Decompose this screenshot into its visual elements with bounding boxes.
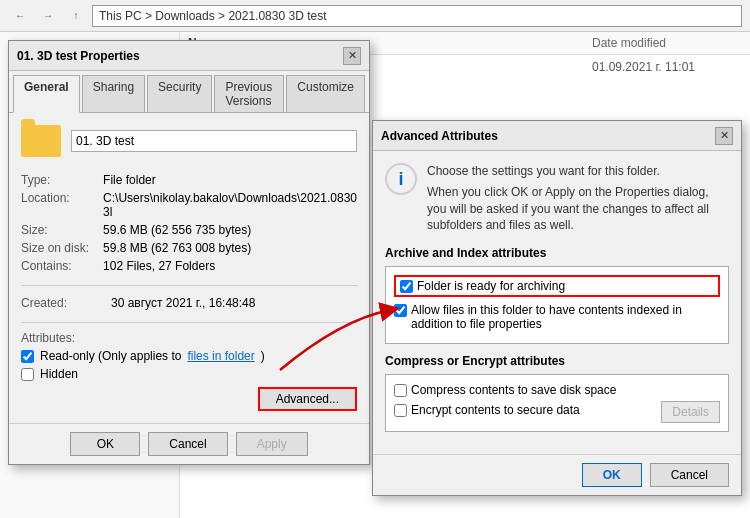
- readonly-label: Read-only (Only applies to: [40, 349, 181, 363]
- size-row: Size: 59.6 MB (62 556 735 bytes): [21, 221, 357, 239]
- big-folder-icon: [21, 125, 61, 157]
- size-on-disk-value: 59.8 MB (62 763 008 bytes): [103, 239, 357, 257]
- location-row: Location: C:\Users\nikolay.bakalov\Downl…: [21, 189, 357, 221]
- size-on-disk-label: Size on disk:: [21, 239, 103, 257]
- archive-checkbox[interactable]: [400, 280, 413, 293]
- properties-title: 01. 3D test Properties: [17, 49, 140, 63]
- created-table: Created: 30 август 2021 г., 16:48:48: [21, 294, 357, 312]
- attributes-section: Attributes: Read-only (Only applies to f…: [21, 331, 357, 411]
- compress-section: Compress contents to save disk space Enc…: [385, 374, 729, 432]
- index-checkbox[interactable]: [394, 304, 407, 317]
- folder-name-input[interactable]: [71, 130, 357, 152]
- properties-footer: OK Cancel Apply: [9, 423, 369, 464]
- ok-button[interactable]: OK: [70, 432, 140, 456]
- divider-1: [21, 285, 357, 286]
- attributes-label: Attributes:: [21, 331, 357, 345]
- location-label: Location:: [21, 189, 103, 221]
- properties-tabs: General Sharing Security Previous Versio…: [9, 71, 369, 113]
- apply-button[interactable]: Apply: [236, 432, 308, 456]
- tab-security[interactable]: Security: [147, 75, 212, 112]
- encrypt-label: Encrypt contents to secure data: [411, 403, 580, 417]
- type-row: Type: File folder: [21, 171, 357, 189]
- size-value: 59.6 MB (62 556 735 bytes): [103, 221, 357, 239]
- folder-name-row: [21, 125, 357, 157]
- properties-table: Type: File folder Location: C:\Users\nik…: [21, 171, 357, 275]
- created-label: Created:: [21, 294, 111, 312]
- compress-checkbox[interactable]: [394, 384, 407, 397]
- index-checkbox-row: Allow files in this folder to have conte…: [394, 303, 720, 331]
- advanced-btn-row: Advanced...: [21, 387, 357, 411]
- compress-checkbox-row: Compress contents to save disk space: [394, 383, 720, 397]
- size-label: Size:: [21, 221, 103, 239]
- encrypt-row: Encrypt contents to secure data Details: [394, 401, 720, 423]
- file-date: 01.09.2021 г. 11:01: [592, 60, 742, 74]
- compress-label: Compress contents to save disk space: [411, 383, 616, 397]
- advanced-cancel-button[interactable]: Cancel: [650, 463, 729, 487]
- hidden-checkbox[interactable]: [21, 368, 34, 381]
- date-column-header: Date modified: [592, 36, 742, 50]
- hidden-label: Hidden: [40, 367, 78, 381]
- created-value: 30 август 2021 г., 16:48:48: [111, 294, 357, 312]
- forward-button[interactable]: →: [36, 4, 60, 28]
- divider-2: [21, 322, 357, 323]
- files-in-folder-link[interactable]: files in folder: [187, 349, 254, 363]
- advanced-titlebar: Advanced Attributes ✕: [373, 121, 741, 151]
- hidden-row: Hidden: [21, 367, 357, 381]
- address-bar[interactable]: This PC > Downloads > 2021.0830 3D test: [92, 5, 742, 27]
- tab-sharing[interactable]: Sharing: [82, 75, 145, 112]
- readonly-row: Read-only (Only applies to files in fold…: [21, 349, 357, 363]
- info-letter: i: [398, 169, 403, 190]
- properties-body: Type: File folder Location: C:\Users\nik…: [9, 113, 369, 423]
- contains-label: Contains:: [21, 257, 103, 275]
- advanced-button[interactable]: Advanced...: [258, 387, 357, 411]
- archive-label: Folder is ready for archiving: [417, 279, 565, 293]
- advanced-footer: OK Cancel: [373, 454, 741, 495]
- details-button[interactable]: Details: [661, 401, 720, 423]
- properties-close-button[interactable]: ✕: [343, 47, 361, 65]
- encrypt-checkbox-row: Encrypt contents to secure data: [394, 403, 661, 417]
- tab-general[interactable]: General: [13, 75, 80, 113]
- info-icon: i: [385, 163, 417, 195]
- properties-dialog: 01. 3D test Properties ✕ General Sharing…: [8, 40, 370, 465]
- address-text: This PC > Downloads > 2021.0830 3D test: [99, 9, 326, 23]
- back-button[interactable]: ←: [8, 4, 32, 28]
- tab-previous-versions[interactable]: Previous Versions: [214, 75, 284, 112]
- created-row: Created: 30 август 2021 г., 16:48:48: [21, 294, 357, 312]
- cancel-button[interactable]: Cancel: [148, 432, 227, 456]
- index-label: Allow files in this folder to have conte…: [411, 303, 720, 331]
- archive-section-title: Archive and Index attributes: [385, 246, 729, 260]
- advanced-description: Choose the settings you want for this fo…: [427, 163, 729, 234]
- archive-checkbox-row: Folder is ready for archiving: [394, 275, 720, 297]
- advanced-dialog: Advanced Attributes ✕ i Choose the setti…: [372, 120, 742, 496]
- location-value: C:\Users\nikolay.bakalov\Downloads\2021.…: [103, 189, 357, 221]
- archive-section: Folder is ready for archiving Allow file…: [385, 266, 729, 344]
- compress-section-title: Compress or Encrypt attributes: [385, 354, 729, 368]
- readonly-checkbox[interactable]: [21, 350, 34, 363]
- encrypt-checkbox[interactable]: [394, 404, 407, 417]
- type-label: Type:: [21, 171, 103, 189]
- advanced-desc-line2: When you click OK or Apply on the Proper…: [427, 184, 729, 234]
- advanced-desc-line1: Choose the settings you want for this fo…: [427, 163, 729, 180]
- advanced-header-row: i Choose the settings you want for this …: [385, 163, 729, 234]
- type-value: File folder: [103, 171, 357, 189]
- contains-value: 102 Files, 27 Folders: [103, 257, 357, 275]
- properties-titlebar: 01. 3D test Properties ✕: [9, 41, 369, 71]
- advanced-title: Advanced Attributes: [381, 129, 498, 143]
- advanced-ok-button[interactable]: OK: [582, 463, 642, 487]
- readonly-label-close: ): [261, 349, 265, 363]
- up-button[interactable]: ↑: [64, 4, 88, 28]
- size-on-disk-row: Size on disk: 59.8 MB (62 763 008 bytes): [21, 239, 357, 257]
- contains-row: Contains: 102 Files, 27 Folders: [21, 257, 357, 275]
- advanced-body: i Choose the settings you want for this …: [373, 151, 741, 454]
- explorer-titlebar: ← → ↑ This PC > Downloads > 2021.0830 3D…: [0, 0, 750, 32]
- advanced-close-button[interactable]: ✕: [715, 127, 733, 145]
- tab-customize[interactable]: Customize: [286, 75, 365, 112]
